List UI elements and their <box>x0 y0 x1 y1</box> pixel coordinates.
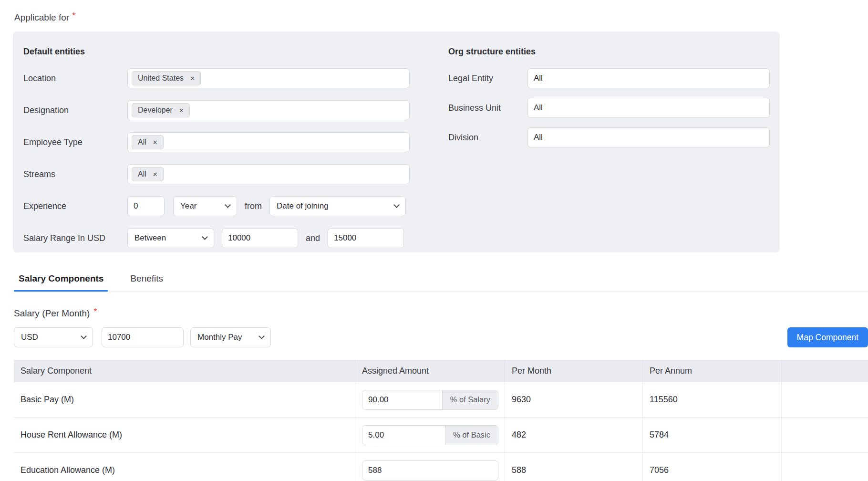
experience-label: Experience <box>23 201 127 211</box>
per-annum-value: 7056 <box>643 453 782 481</box>
row-actions-cell <box>782 382 868 417</box>
business-unit-field: Business Unit <box>448 98 770 118</box>
header-per-month: Per Month <box>505 360 643 382</box>
header-salary-component: Salary Component <box>14 360 355 382</box>
salary-per-month-label: Salary (Per Month) <box>14 308 90 319</box>
row-actions-cell <box>782 453 868 481</box>
salary-amount-input[interactable] <box>102 327 184 347</box>
legal-entity-label: Legal Entity <box>448 73 527 84</box>
salary-range-field: Salary Range In USD Between and <box>23 228 448 248</box>
assigned-amount-group: % of Salary <box>362 390 498 410</box>
salary-range-max-input[interactable] <box>328 228 404 248</box>
tab-benefits-label: Benefits <box>130 273 163 283</box>
division-field: Division <box>448 127 770 147</box>
table-header-row: Salary Component Assigned Amount Per Mon… <box>14 360 868 382</box>
experience-from-value: Date of joining <box>277 201 329 211</box>
currency-value: USD <box>21 333 38 342</box>
location-input[interactable]: United States ✕ <box>127 68 410 88</box>
designation-chip: Developer ✕ <box>132 103 190 117</box>
per-month-value: 9630 <box>505 382 643 417</box>
salary-range-operator-value: Between <box>134 233 166 243</box>
applicability-panel: Default entities Location United States … <box>13 31 780 252</box>
streams-chip: All ✕ <box>132 167 164 181</box>
amount-suffix-label: % of Salary <box>442 390 498 409</box>
row-actions-cell <box>782 418 868 452</box>
currency-select[interactable]: USD <box>14 327 93 347</box>
location-field: Location United States ✕ <box>23 68 448 88</box>
designation-input[interactable]: Developer ✕ <box>127 100 410 120</box>
employee-type-chip-label: All <box>138 138 146 146</box>
assigned-amount-cell: % of Salary <box>355 382 505 417</box>
chevron-down-icon <box>225 202 231 208</box>
salary-components-table: Salary Component Assigned Amount Per Mon… <box>14 360 868 481</box>
designation-chip-label: Developer <box>138 106 173 115</box>
streams-input[interactable]: All ✕ <box>127 164 410 184</box>
org-structure-title: Org structure entities <box>448 47 770 57</box>
assigned-amount-input[interactable] <box>362 460 498 481</box>
salary-range-label: Salary Range In USD <box>23 233 127 243</box>
employee-type-input[interactable]: All ✕ <box>127 132 410 152</box>
close-icon[interactable]: ✕ <box>179 107 184 114</box>
applicable-for-label: Applicable for <box>14 12 69 23</box>
assigned-amount-cell: % of Basic <box>355 418 505 452</box>
experience-field: Experience Year from Date of joining <box>23 196 448 216</box>
experience-unit-value: Year <box>180 201 196 211</box>
streams-chip-label: All <box>138 170 146 178</box>
pay-frequency-value: Monthly Pay <box>197 333 242 342</box>
close-icon[interactable]: ✕ <box>153 139 158 146</box>
employee-type-chip: All ✕ <box>132 135 164 149</box>
tab-benefits[interactable]: Benefits <box>125 268 168 292</box>
header-per-annum: Per Annum <box>643 360 782 382</box>
close-icon[interactable]: ✕ <box>190 75 195 82</box>
division-input[interactable] <box>527 127 770 147</box>
assigned-amount-input[interactable] <box>362 426 445 445</box>
salary-range-min-input[interactable] <box>222 228 298 248</box>
employee-type-field: Employee Type All ✕ <box>23 132 448 152</box>
required-asterisk: * <box>72 11 75 20</box>
assigned-amount-group: % of Basic <box>362 425 498 445</box>
chevron-down-icon <box>393 202 400 208</box>
experience-unit-select[interactable]: Year <box>173 196 237 216</box>
legal-entity-input[interactable] <box>527 68 770 88</box>
per-month-value: 588 <box>505 453 643 481</box>
tab-bar: Salary Components Benefits <box>14 268 868 292</box>
amount-suffix-label: % of Basic <box>445 426 498 445</box>
experience-value-input[interactable] <box>127 196 165 216</box>
component-name: House Rent Allowance (M) <box>14 418 355 452</box>
salary-per-month-heading: Salary (Per Month) * <box>14 308 868 319</box>
default-entities-title: Default entities <box>23 47 448 57</box>
table-row: Basic Pay (M) % of Salary 9630 115560 <box>14 382 868 418</box>
per-annum-value: 115560 <box>643 382 782 417</box>
chevron-down-icon <box>81 333 87 339</box>
business-unit-label: Business Unit <box>448 103 527 113</box>
division-label: Division <box>448 133 527 143</box>
experience-from-text: from <box>245 201 262 211</box>
location-chip: United States ✕ <box>132 71 201 85</box>
streams-label: Streams <box>23 169 127 179</box>
component-name: Education Allowance (M) <box>14 453 355 481</box>
tab-salary-components[interactable]: Salary Components <box>14 268 108 292</box>
designation-field: Designation Developer ✕ <box>23 100 448 120</box>
org-structure-section: Org structure entities Legal Entity Busi… <box>448 47 780 252</box>
pay-frequency-select[interactable]: Monthly Pay <box>190 327 271 347</box>
per-month-value: 482 <box>505 418 643 452</box>
salary-controls-row: USD Monthly Pay Map Component <box>14 327 868 347</box>
location-label: Location <box>23 73 127 84</box>
per-annum-value: 5784 <box>643 418 782 452</box>
salary-template-page: Applicable for * Default entities Locati… <box>0 0 868 481</box>
business-unit-input[interactable] <box>527 98 770 118</box>
assigned-amount-input[interactable] <box>362 390 442 409</box>
default-entities-section: Default entities Location United States … <box>23 47 448 252</box>
salary-range-operator-select[interactable]: Between <box>127 228 214 248</box>
employee-type-label: Employee Type <box>23 137 127 147</box>
header-assigned-amount: Assigned Amount <box>355 360 505 382</box>
map-component-button[interactable]: Map Component <box>787 327 868 347</box>
assigned-amount-cell <box>355 453 505 481</box>
legal-entity-field: Legal Entity <box>448 68 770 88</box>
salary-range-and-text: and <box>306 233 320 243</box>
location-chip-label: United States <box>138 74 184 83</box>
chevron-down-icon <box>258 333 265 339</box>
chevron-down-icon <box>202 234 208 240</box>
experience-from-select[interactable]: Date of joining <box>269 196 406 216</box>
close-icon[interactable]: ✕ <box>153 171 158 178</box>
